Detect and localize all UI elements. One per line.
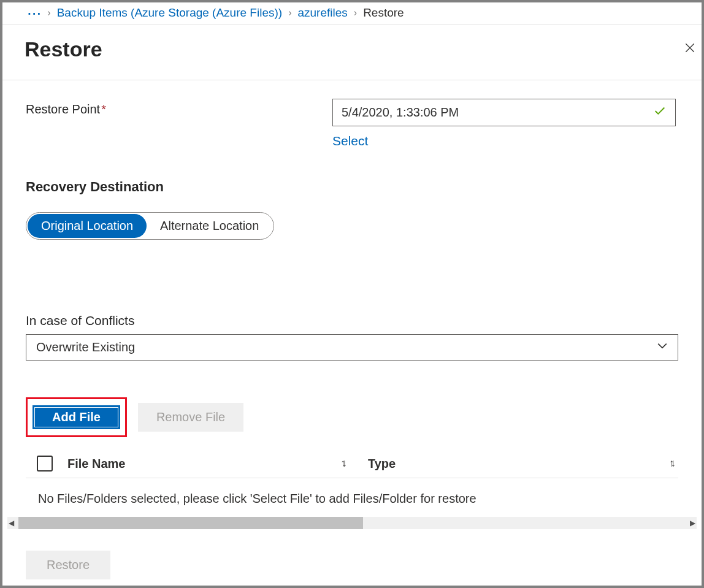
restore-point-label: Restore Point* [26, 99, 332, 116]
scroll-left-icon[interactable]: ◀ [9, 519, 14, 527]
checkmark-icon [653, 104, 667, 121]
file-table-header: File Name ↑↓ Type ↑↓ [26, 456, 678, 478]
add-file-highlight: Add File [26, 397, 127, 437]
breadcrumb-item-restore: Restore [363, 6, 404, 20]
breadcrumb: ... › Backup Items (Azure Storage (Azure… [2, 2, 702, 25]
chevron-down-icon [657, 340, 668, 354]
breadcrumb-ellipsis[interactable]: ... [27, 6, 41, 12]
scroll-right-icon[interactable]: ▶ [690, 519, 695, 527]
conflicts-label: In case of Conflicts [26, 313, 678, 328]
sort-icon: ↑↓ [340, 457, 343, 470]
breadcrumb-item-azurefiles[interactable]: azurefiles [297, 6, 347, 20]
remove-file-button: Remove File [138, 403, 243, 432]
sort-icon: ↑↓ [669, 457, 672, 470]
breadcrumb-separator: › [354, 7, 357, 18]
page-title: Restore [2, 25, 702, 80]
breadcrumb-item-backup[interactable]: Backup Items (Azure Storage (Azure Files… [57, 6, 282, 20]
scrollbar-thumb[interactable] [18, 517, 363, 529]
horizontal-scrollbar[interactable]: ◀ ▶ [7, 517, 697, 529]
empty-table-message: No Files/Folders selected, please click … [26, 478, 678, 506]
close-icon[interactable] [681, 34, 699, 61]
restore-point-field[interactable]: 5/4/2020, 1:33:06 PM [332, 99, 676, 126]
pill-alternate-location[interactable]: Alternate Location [147, 214, 272, 238]
conflicts-selected-value: Overwrite Existing [36, 340, 135, 354]
breadcrumb-separator: › [288, 7, 291, 18]
breadcrumb-separator: › [47, 7, 50, 18]
restore-point-value: 5/4/2020, 1:33:06 PM [342, 105, 459, 120]
select-all-checkbox[interactable] [37, 456, 53, 472]
column-header-type[interactable]: Type ↑↓ [368, 457, 678, 471]
restore-point-row: Restore Point* 5/4/2020, 1:33:06 PM Sele… [26, 99, 678, 148]
column-header-filename[interactable]: File Name ↑↓ [67, 457, 368, 471]
pill-original-location[interactable]: Original Location [28, 214, 147, 238]
recovery-destination-header: Recovery Destination [26, 179, 678, 195]
add-file-button[interactable]: Add File [33, 405, 120, 429]
restore-button: Restore [26, 551, 110, 579]
conflicts-dropdown[interactable]: Overwrite Existing [26, 334, 678, 361]
recovery-destination-toggle: Original Location Alternate Location [26, 212, 274, 240]
select-link[interactable]: Select [332, 134, 368, 148]
